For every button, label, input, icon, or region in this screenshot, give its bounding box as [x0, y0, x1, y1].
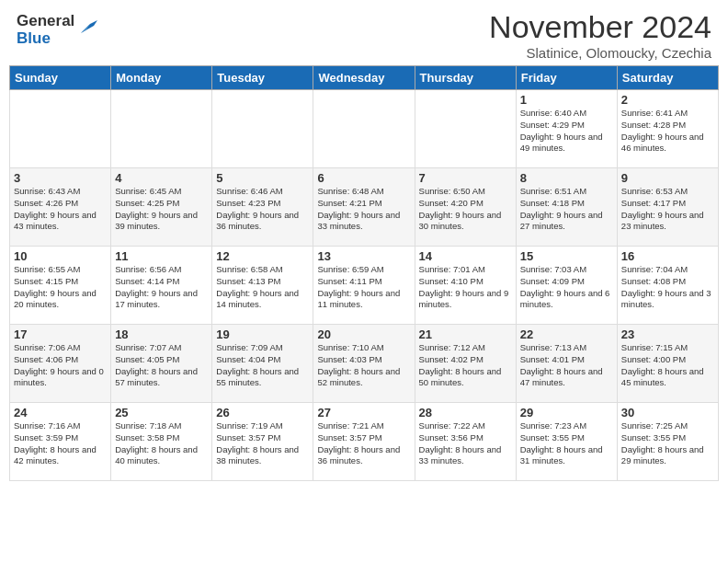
- calendar-day-22: 22Sunrise: 7:13 AM Sunset: 4:01 PM Dayli…: [516, 325, 617, 403]
- day-info: Sunrise: 7:23 AM Sunset: 3:55 PM Dayligh…: [520, 420, 613, 467]
- day-number: 5: [216, 171, 309, 185]
- day-info: Sunrise: 7:12 AM Sunset: 4:02 PM Dayligh…: [419, 342, 512, 389]
- day-info: Sunrise: 7:06 AM Sunset: 4:06 PM Dayligh…: [14, 342, 107, 389]
- calendar-week-row: 24Sunrise: 7:16 AM Sunset: 3:59 PM Dayli…: [10, 403, 719, 481]
- day-number: 30: [621, 406, 714, 419]
- calendar-week-row: 17Sunrise: 7:06 AM Sunset: 4:06 PM Dayli…: [10, 325, 719, 403]
- calendar-day-11: 11Sunrise: 6:56 AM Sunset: 4:14 PM Dayli…: [111, 247, 212, 325]
- calendar-day-25: 25Sunrise: 7:18 AM Sunset: 3:58 PM Dayli…: [111, 403, 212, 481]
- day-number: 20: [317, 327, 410, 341]
- day-info: Sunrise: 7:25 AM Sunset: 3:55 PM Dayligh…: [621, 420, 714, 467]
- calendar-empty-cell: [313, 90, 415, 168]
- calendar-day-6: 6Sunrise: 6:48 AM Sunset: 4:21 PM Daylig…: [313, 168, 415, 247]
- day-info: Sunrise: 7:07 AM Sunset: 4:05 PM Dayligh…: [115, 342, 208, 389]
- day-info: Sunrise: 7:01 AM Sunset: 4:10 PM Dayligh…: [419, 264, 512, 311]
- calendar-day-2: 2Sunrise: 6:41 AM Sunset: 4:28 PM Daylig…: [617, 90, 718, 168]
- day-info: Sunrise: 6:56 AM Sunset: 4:14 PM Dayligh…: [115, 264, 208, 311]
- calendar-day-8: 8Sunrise: 6:51 AM Sunset: 4:18 PM Daylig…: [516, 168, 617, 247]
- day-info: Sunrise: 6:59 AM Sunset: 4:11 PM Dayligh…: [317, 264, 410, 311]
- day-info: Sunrise: 6:51 AM Sunset: 4:18 PM Dayligh…: [520, 186, 613, 233]
- day-number: 1: [520, 93, 613, 107]
- calendar-day-19: 19Sunrise: 7:09 AM Sunset: 4:04 PM Dayli…: [212, 325, 313, 403]
- day-info: Sunrise: 7:22 AM Sunset: 3:56 PM Dayligh…: [419, 420, 512, 467]
- calendar-empty-cell: [415, 90, 516, 168]
- calendar-day-15: 15Sunrise: 7:03 AM Sunset: 4:09 PM Dayli…: [516, 247, 617, 325]
- day-info: Sunrise: 6:53 AM Sunset: 4:17 PM Dayligh…: [621, 186, 714, 233]
- calendar-day-27: 27Sunrise: 7:21 AM Sunset: 3:57 PM Dayli…: [313, 403, 415, 481]
- day-number: 13: [317, 249, 410, 263]
- logo-general: General: [17, 12, 74, 29]
- calendar-day-18: 18Sunrise: 7:07 AM Sunset: 4:05 PM Dayli…: [111, 325, 212, 403]
- header-sunday: Sunday: [10, 66, 111, 90]
- calendar-week-row: 10Sunrise: 6:55 AM Sunset: 4:15 PM Dayli…: [10, 247, 719, 325]
- day-info: Sunrise: 6:40 AM Sunset: 4:29 PM Dayligh…: [520, 108, 613, 155]
- day-number: 27: [317, 406, 410, 419]
- day-info: Sunrise: 6:50 AM Sunset: 4:20 PM Dayligh…: [419, 186, 512, 233]
- day-number: 3: [14, 171, 107, 185]
- day-number: 9: [621, 171, 714, 185]
- calendar-day-23: 23Sunrise: 7:15 AM Sunset: 4:00 PM Dayli…: [617, 325, 718, 403]
- calendar-day-20: 20Sunrise: 7:10 AM Sunset: 4:03 PM Dayli…: [313, 325, 415, 403]
- day-number: 22: [520, 327, 613, 341]
- day-number: 28: [419, 406, 512, 419]
- calendar-empty-cell: [111, 90, 212, 168]
- calendar-day-28: 28Sunrise: 7:22 AM Sunset: 3:56 PM Dayli…: [415, 403, 516, 481]
- day-number: 6: [317, 171, 410, 185]
- calendar-day-3: 3Sunrise: 6:43 AM Sunset: 4:26 PM Daylig…: [10, 168, 111, 247]
- calendar-table: SundayMondayTuesdayWednesdayThursdayFrid…: [9, 65, 719, 481]
- day-info: Sunrise: 7:13 AM Sunset: 4:01 PM Dayligh…: [520, 342, 613, 389]
- month-title: November 2024: [489, 9, 711, 45]
- day-info: Sunrise: 6:58 AM Sunset: 4:13 PM Dayligh…: [216, 264, 309, 311]
- header-friday: Friday: [516, 66, 617, 90]
- calendar-day-26: 26Sunrise: 7:19 AM Sunset: 3:57 PM Dayli…: [212, 403, 313, 481]
- logo-blue: Blue: [17, 29, 51, 47]
- day-info: Sunrise: 6:55 AM Sunset: 4:15 PM Dayligh…: [14, 264, 107, 311]
- calendar-day-29: 29Sunrise: 7:23 AM Sunset: 3:55 PM Dayli…: [516, 403, 617, 481]
- calendar-day-10: 10Sunrise: 6:55 AM Sunset: 4:15 PM Dayli…: [10, 247, 111, 325]
- day-number: 25: [115, 406, 208, 419]
- day-info: Sunrise: 6:48 AM Sunset: 4:21 PM Dayligh…: [317, 186, 410, 233]
- day-number: 11: [115, 249, 208, 263]
- day-number: 14: [419, 249, 512, 263]
- calendar-day-21: 21Sunrise: 7:12 AM Sunset: 4:02 PM Dayli…: [415, 325, 516, 403]
- calendar-day-9: 9Sunrise: 6:53 AM Sunset: 4:17 PM Daylig…: [617, 168, 718, 247]
- logo-icon: [77, 17, 97, 37]
- calendar-week-row: 3Sunrise: 6:43 AM Sunset: 4:26 PM Daylig…: [10, 168, 719, 247]
- day-info: Sunrise: 7:16 AM Sunset: 3:59 PM Dayligh…: [14, 420, 107, 467]
- day-info: Sunrise: 6:43 AM Sunset: 4:26 PM Dayligh…: [14, 186, 107, 233]
- calendar-day-7: 7Sunrise: 6:50 AM Sunset: 4:20 PM Daylig…: [415, 168, 516, 247]
- calendar-week-row: 1Sunrise: 6:40 AM Sunset: 4:29 PM Daylig…: [10, 90, 719, 168]
- calendar-day-13: 13Sunrise: 6:59 AM Sunset: 4:11 PM Dayli…: [313, 247, 415, 325]
- title-block: November 2024 Slatinice, Olomoucky, Czec…: [489, 9, 711, 61]
- day-info: Sunrise: 7:09 AM Sunset: 4:04 PM Dayligh…: [216, 342, 309, 389]
- day-number: 2: [621, 93, 714, 107]
- day-info: Sunrise: 6:46 AM Sunset: 4:23 PM Dayligh…: [216, 186, 309, 233]
- day-number: 23: [621, 327, 714, 341]
- day-number: 15: [520, 249, 613, 263]
- day-info: Sunrise: 7:10 AM Sunset: 4:03 PM Dayligh…: [317, 342, 410, 389]
- calendar-day-12: 12Sunrise: 6:58 AM Sunset: 4:13 PM Dayli…: [212, 247, 313, 325]
- header-wednesday: Wednesday: [313, 66, 415, 90]
- day-number: 4: [115, 171, 208, 185]
- day-number: 19: [216, 327, 309, 341]
- calendar-day-30: 30Sunrise: 7:25 AM Sunset: 3:55 PM Dayli…: [617, 403, 718, 481]
- day-number: 26: [216, 406, 309, 419]
- day-number: 8: [520, 171, 613, 185]
- logo: General Blue: [17, 13, 97, 47]
- calendar-header-row: SundayMondayTuesdayWednesdayThursdayFrid…: [10, 66, 719, 90]
- header-thursday: Thursday: [415, 66, 516, 90]
- calendar-day-24: 24Sunrise: 7:16 AM Sunset: 3:59 PM Dayli…: [10, 403, 111, 481]
- day-number: 10: [14, 249, 107, 263]
- calendar-empty-cell: [10, 90, 111, 168]
- day-info: Sunrise: 7:04 AM Sunset: 4:08 PM Dayligh…: [621, 264, 714, 311]
- day-number: 18: [115, 327, 208, 341]
- day-info: Sunrise: 6:45 AM Sunset: 4:25 PM Dayligh…: [115, 186, 208, 233]
- header: General Blue November 2024 Slatinice, Ol…: [0, 0, 728, 65]
- location: Slatinice, Olomoucky, Czechia: [489, 45, 711, 61]
- calendar-day-16: 16Sunrise: 7:04 AM Sunset: 4:08 PM Dayli…: [617, 247, 718, 325]
- day-info: Sunrise: 7:03 AM Sunset: 4:09 PM Dayligh…: [520, 264, 613, 311]
- day-number: 16: [621, 249, 714, 263]
- header-saturday: Saturday: [617, 66, 718, 90]
- header-monday: Monday: [111, 66, 212, 90]
- day-info: Sunrise: 7:18 AM Sunset: 3:58 PM Dayligh…: [115, 420, 208, 467]
